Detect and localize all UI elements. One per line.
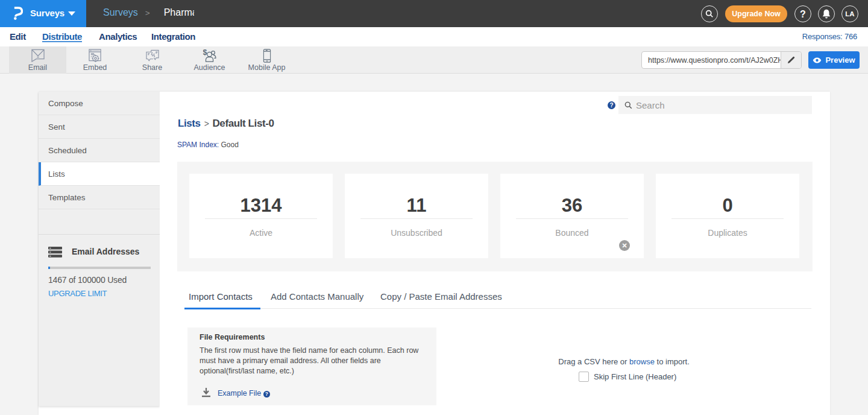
svg-text:$: $ [203,49,207,57]
